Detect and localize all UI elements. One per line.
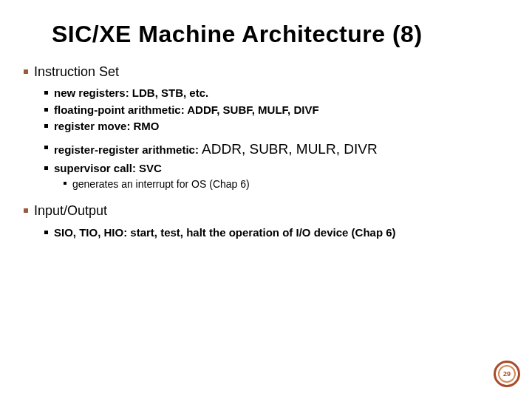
bullet-icon [44,231,48,234]
bullet-icon [44,108,48,112]
list-item-text: new registers: LDB, STB, etc. [54,86,208,100]
sub-list-item: generates an interrupt for OS (Chap 6) [64,177,510,191]
list-item: register move: RMO [44,119,510,134]
list-item: SIO, TIO, HIO: start, test, halt the ope… [44,225,510,240]
list-item-text: SIO, TIO, HIO: start, test, halt the ope… [54,225,396,240]
list-item: floating-point arithmetic: ADDF, SUBF, M… [44,103,510,117]
bullet-icon [44,91,48,95]
section-heading: Instruction Set [24,64,510,81]
list-item: supervisor call: SVC [44,161,510,176]
list-item: register-register arithmetic: ADDR, SUBR… [44,140,510,159]
list-item-text: floating-point arithmetic: ADDF, SUBF, M… [54,103,319,117]
slide: SIC/XE Machine Architecture (8) Instruct… [0,0,532,239]
section-heading-text: Input/Output [34,203,107,219]
page-number: 29 [498,365,516,383]
slide-title: SIC/XE Machine Architecture (8) [52,21,510,48]
bullet-icon [44,124,48,128]
sub-list-item-text: generates an interrupt for OS (Chap 6) [72,177,250,191]
list-item-text: register move: RMO [54,119,160,134]
bullet-icon [24,69,28,74]
section-heading-text: Instruction Set [34,64,119,81]
list-item: new registers: LDB, STB, etc. [44,86,510,100]
bullet-icon [44,166,48,170]
page-badge: 29 [494,361,520,387]
bullet-icon [64,182,66,185]
bullet-icon [24,208,28,213]
section-heading: Input/Output [24,203,510,219]
list-item-text: supervisor call: SVC [54,161,162,176]
bullet-icon [44,146,48,149]
list-item-text: register-register arithmetic: ADDR, SUBR… [54,140,378,159]
